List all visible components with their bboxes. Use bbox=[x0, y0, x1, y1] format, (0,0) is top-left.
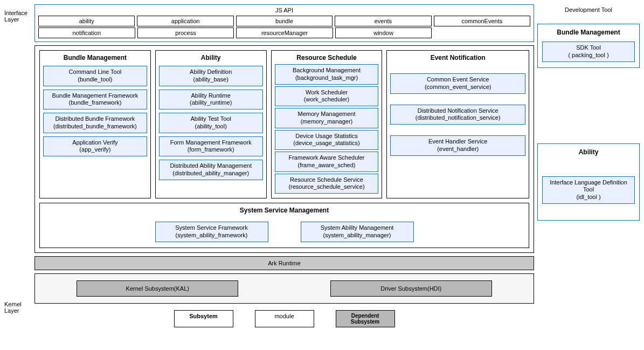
dev-tool-title: Development Tool bbox=[537, 4, 640, 13]
module-ability-runtime: Ability Runtime(ability_runtime) bbox=[159, 90, 263, 110]
module-system-ability-manager: System Ability Management(system_ability… bbox=[301, 222, 414, 242]
module-idl-tool: Interface Language Definition Tool(idl_t… bbox=[542, 176, 635, 204]
dev-bundle-management: Bundle Management SDK Tool( packing_tool… bbox=[537, 24, 640, 68]
jsapi-box: JS API ability application bundle events… bbox=[34, 4, 534, 42]
legend: Subsytem module Dependent Subsystem bbox=[34, 310, 534, 327]
label-kernel-layer: Kernel Layer bbox=[4, 301, 31, 314]
jsapi-application: application bbox=[137, 16, 233, 26]
legend-subsystem: Subsytem bbox=[174, 310, 233, 327]
subsys-bundle-management: Bundle Management Command Line Tool(bund… bbox=[39, 50, 151, 198]
module-packing-tool: SDK Tool( packing_tool ) bbox=[542, 42, 635, 62]
subsys-title: System Service Management bbox=[44, 207, 524, 222]
subsys-title: Ability bbox=[579, 147, 599, 157]
subsys-title: Resource Schedule bbox=[296, 53, 356, 63]
subsys-title: Ability bbox=[201, 53, 221, 63]
module-bundle-framework: Bundle Management Framework(bundle_frame… bbox=[43, 90, 147, 110]
jsapi-notification: notification bbox=[38, 28, 135, 38]
module-common-event-service: Common Event Service(common_event_servic… bbox=[390, 73, 525, 94]
module-ability-tool: Ability Test Tool(ability_tool) bbox=[159, 113, 263, 133]
module-event-handler: Event Handler Service(event_handler) bbox=[390, 135, 525, 156]
module-frame-aware-sched: Framework Aware Scheduler(frame_aware_sc… bbox=[275, 152, 379, 172]
legend-module: module bbox=[255, 310, 314, 327]
kernel-layer-box: Kernel Subsystem(KAL) Driver Subsystem(H… bbox=[34, 273, 534, 304]
jsapi-commonevents: commonEvents bbox=[434, 16, 530, 26]
module-form-framework: Form Management Framework(form_framework… bbox=[159, 136, 263, 157]
module-memory-manager: Memory Management(memory_manager) bbox=[275, 108, 379, 128]
jsapi-ability: ability bbox=[38, 16, 135, 26]
subsys-event-notification: Event Notification Common Event Service(… bbox=[386, 50, 529, 198]
jsapi-resourcemanager: resourceManager bbox=[236, 28, 333, 38]
driver-subsystem-hdi: Driver Subsystem(HDI) bbox=[330, 280, 492, 297]
subsys-title: Event Notification bbox=[431, 53, 486, 63]
module-distributed-notification-service: Distributed Notification Service(distrib… bbox=[390, 105, 525, 125]
module-distributed-bundle-framework: Distributed Bundle Framework(distributed… bbox=[43, 113, 147, 133]
subsys-resource-schedule: Resource Schedule Background Management(… bbox=[271, 50, 383, 198]
legend-dependent-subsystem: Dependent Subsystem bbox=[336, 310, 395, 327]
kernel-subsystem-kal: Kernel Subsystem(KAL) bbox=[77, 280, 238, 297]
label-interface-layer: Interface Layer bbox=[4, 4, 31, 37]
subsys-title: Bundle Management bbox=[557, 28, 620, 37]
module-app-verify: Application Verify(app_verify) bbox=[43, 136, 147, 157]
module-system-ability-framework: System Service Framework(system_ability_… bbox=[155, 222, 268, 242]
module-resource-schedule-service: Resource Schedule Service(resource_sched… bbox=[275, 174, 379, 194]
ark-runtime: Ark Runtime bbox=[34, 256, 534, 270]
subsys-title: Bundle Management bbox=[64, 53, 127, 63]
module-distributed-ability-manager: Distributed Ability Management(distribut… bbox=[159, 160, 263, 180]
dev-ability: Ability Interface Language Definition To… bbox=[537, 143, 640, 221]
module-work-scheduler: Work Scheduler(work_scheduler) bbox=[275, 86, 379, 107]
jsapi-window: window bbox=[335, 28, 432, 38]
subsys-ability: Ability Ability Definition(ability_base)… bbox=[155, 50, 267, 198]
module-background-task-mgr: Background Management(background_task_mg… bbox=[275, 64, 379, 85]
module-ability-base: Ability Definition(ability_base) bbox=[159, 66, 263, 86]
jsapi-events: events bbox=[335, 16, 431, 26]
architecture-box: Bundle Management Command Line Tool(bund… bbox=[34, 45, 534, 253]
module-bundle-tool: Command Line Tool(bundle_tool) bbox=[43, 66, 147, 86]
module-device-usage-statistics: Device Usage Statistics(device_usage_sta… bbox=[275, 130, 379, 150]
jsapi-title: JS API bbox=[38, 7, 530, 15]
jsapi-bundle: bundle bbox=[236, 16, 333, 26]
jsapi-process: process bbox=[137, 28, 234, 38]
subsys-system-service-management: System Service Management System Service… bbox=[39, 203, 529, 248]
layer-labels: Interface Layer Kernel Layer bbox=[4, 4, 31, 327]
